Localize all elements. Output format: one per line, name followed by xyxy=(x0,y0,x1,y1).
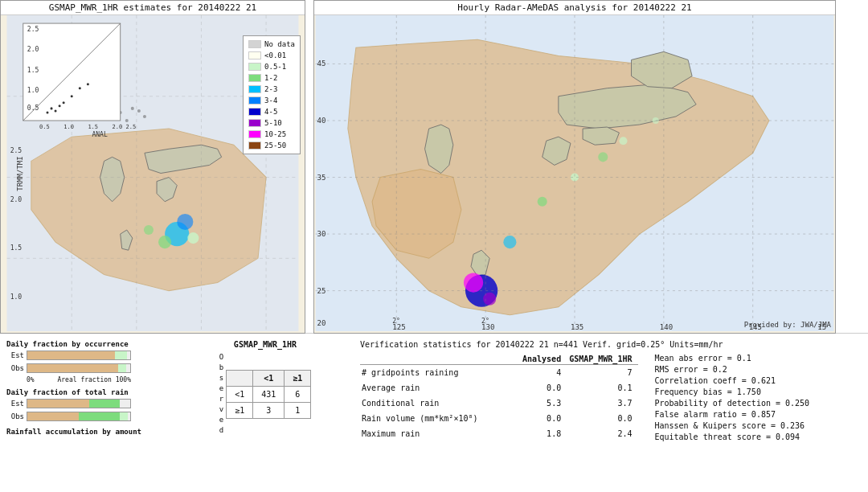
legend-color-25-50 xyxy=(248,141,261,150)
svg-text:40: 40 xyxy=(317,117,326,125)
credit-label: Provided by: JWA/JMA xyxy=(744,321,831,329)
contingency-col-ge1: ≥1 xyxy=(285,370,311,386)
legend-label-lt001: <0.01 xyxy=(264,50,286,61)
svg-point-50 xyxy=(503,236,516,248)
svg-text:0.5: 0.5 xyxy=(27,105,39,112)
occurrence-obs-bar xyxy=(27,363,131,373)
legend-color-lt001 xyxy=(248,51,261,59)
legend-color-4-5 xyxy=(248,108,261,116)
svg-point-34 xyxy=(87,83,89,85)
legend-label-2-3: 2-3 xyxy=(264,84,277,95)
contingency-title: GSMAP_MWR_1HR xyxy=(234,340,297,349)
svg-text:2.5: 2.5 xyxy=(10,147,23,154)
verif-content: Analysed GSMAP_MWR_1HR # gridpoints rain… xyxy=(360,354,862,441)
svg-text:45: 45 xyxy=(317,59,326,68)
svg-point-29 xyxy=(55,109,57,112)
contingency-row-header-lt1: <1 xyxy=(227,386,253,402)
legend-color-2-3 xyxy=(248,85,261,93)
contingency-row-ge1: ≥1 3 1 xyxy=(227,402,311,418)
svg-point-49 xyxy=(483,293,496,305)
svg-text:20: 20 xyxy=(317,319,326,327)
est-label-2: Est xyxy=(6,400,24,408)
legend-item-1-2: 1-2 xyxy=(248,72,295,84)
legend-label-10-25: 10-25 xyxy=(264,129,286,140)
legend-label-1-2: 1-2 xyxy=(264,72,277,84)
rain-chart-title: Daily fraction of total rain xyxy=(6,388,170,396)
occurrence-est-fill-2 xyxy=(115,351,127,359)
verif-row-label-1: Average rain xyxy=(360,380,521,396)
occurrence-est-row: Est xyxy=(6,351,170,360)
contingency-col-lt1: <1 xyxy=(253,370,285,386)
stat-line-6: Hanssen & Kuipers score = 0.236 xyxy=(654,421,809,430)
est-label-1: Est xyxy=(6,351,24,359)
rain-est-row: Est xyxy=(6,399,170,408)
contingency-cell-b: 6 xyxy=(285,386,311,402)
svg-point-6 xyxy=(187,232,199,244)
contingency-row-lt1: <1 431 6 xyxy=(227,386,311,402)
stats-right: Mean abs error = 0.1RMS error = 0.2Corre… xyxy=(654,354,809,441)
verif-col-metric xyxy=(360,354,521,365)
svg-point-5 xyxy=(158,236,171,248)
right-map-title: Hourly Radar-AMeDAS analysis for 2014022… xyxy=(314,1,835,15)
svg-point-9 xyxy=(131,107,134,110)
svg-text:25: 25 xyxy=(317,287,326,295)
legend-item-nodata: No data xyxy=(248,39,295,50)
rain-est-bar xyxy=(27,399,131,408)
bottom-row: Daily fraction by occurrence Est Obs 0% … xyxy=(0,334,868,492)
svg-point-27 xyxy=(46,111,48,113)
svg-text:1.5: 1.5 xyxy=(27,67,39,74)
legend-color-10-25 xyxy=(248,130,261,138)
occurrence-obs-fill-2 xyxy=(118,364,126,372)
contingency-wrapper: O b s e r v e d <1 ≥1 xyxy=(219,352,312,436)
stat-line-5: False alarm ratio = 0.857 xyxy=(654,410,809,419)
main-container: GSMAP_MWR_1HR estimates for 20140222 21 … xyxy=(0,0,868,492)
verif-row-analysed-2: 5.3 xyxy=(521,396,567,411)
right-map-panel: Hourly Radar-AMeDAS analysis for 2014022… xyxy=(313,0,836,334)
verif-title: Verification statistics for 20140222 21 … xyxy=(360,340,862,349)
svg-point-51 xyxy=(538,197,547,207)
verif-row-analysed-3: 0.0 xyxy=(521,411,567,426)
legend-item-lt001: <0.01 xyxy=(248,50,295,61)
contingency-row-header-ge1: ≥1 xyxy=(227,402,253,418)
verif-row-label-4: Maximum rain xyxy=(360,426,521,441)
occurrence-est-fill xyxy=(27,351,115,359)
verif-row-label-0: # gridpoints raining xyxy=(360,365,521,381)
verif-row-analysed-0: 4 xyxy=(521,365,567,381)
rain-obs-bar xyxy=(27,412,131,421)
contingency-cell-d: 1 xyxy=(285,402,311,418)
svg-point-12 xyxy=(137,109,141,113)
occurrence-obs-fill xyxy=(27,364,118,372)
svg-point-28 xyxy=(51,107,53,109)
verif-row-2: Conditional rain5.33.7 xyxy=(360,396,638,411)
contingency-table: <1 ≥1 <1 431 6 ≥1 3 1 xyxy=(226,370,311,419)
legend-item-4-5: 4-5 xyxy=(248,106,295,117)
legend-item-25-50: 25-50 xyxy=(248,140,295,151)
svg-text:1.0: 1.0 xyxy=(10,293,23,301)
verif-row-gsmap-1: 0.1 xyxy=(567,380,638,396)
legend-label-3-4: 3-4 xyxy=(264,95,277,106)
svg-text:2.0: 2.0 xyxy=(27,46,39,53)
svg-text:1.5: 1.5 xyxy=(88,123,98,130)
stat-line-2: Correlation coeff = 0.621 xyxy=(654,376,809,385)
svg-text:2.5: 2.5 xyxy=(27,26,39,33)
svg-text:1.0: 1.0 xyxy=(27,87,39,94)
svg-point-54 xyxy=(619,137,627,145)
legend-item-2-3: 2-3 xyxy=(248,84,295,95)
verif-col-gsmap: GSMAP_MWR_1HR xyxy=(567,354,638,365)
occurrence-axis: 0% Areal fraction 100% xyxy=(27,376,131,383)
rain-obs-fill-3 xyxy=(120,412,128,420)
legend-label-25-50: 25-50 xyxy=(264,140,286,151)
rain-obs-row: Obs xyxy=(6,412,170,421)
svg-point-33 xyxy=(79,87,81,89)
verif-row-label-3: Rain volume (mm*km²×10⁸) xyxy=(360,411,521,426)
legend-color-nodata xyxy=(248,40,261,48)
contingency-cell-c: 3 xyxy=(253,402,285,418)
legend-label-4-5: 4-5 xyxy=(264,106,277,117)
legend-color-05-1 xyxy=(248,63,261,71)
left-map-title: GSMAP_MWR_1HR estimates for 20140222 21 xyxy=(1,1,305,15)
rain-est-fill xyxy=(27,400,89,408)
map-legend: No data <0.01 0.5-1 1-2 xyxy=(243,35,301,154)
rain-est-fill-2 xyxy=(89,400,120,408)
legend-item-3-4: 3-4 xyxy=(248,95,295,106)
right-map-area: 45 40 35 30 25 20 125 130 135 140 145 15… xyxy=(314,15,835,331)
